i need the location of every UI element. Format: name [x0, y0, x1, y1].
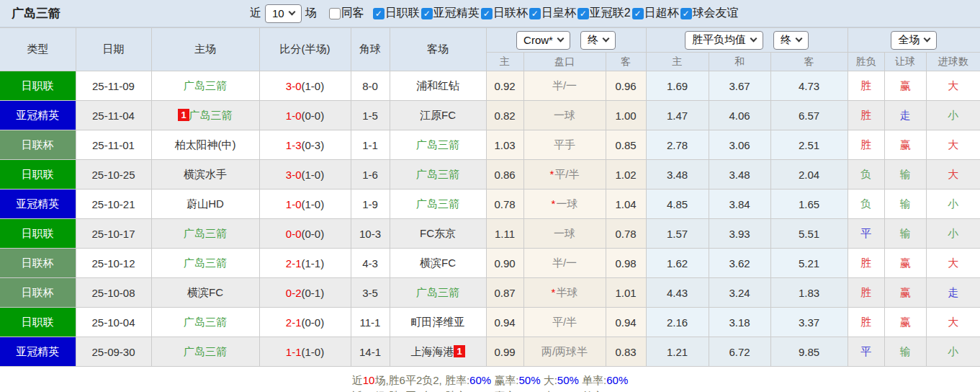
avg-draw-odds: 3.62: [709, 249, 770, 278]
corner-score: 4-3: [351, 249, 390, 278]
fulltime-score: 2-1: [286, 316, 302, 329]
avg-home-odds: 2.16: [646, 308, 709, 337]
halftime-score: (1-0): [302, 80, 325, 92]
competition-filter[interactable]: ✓亚冠精英: [421, 6, 480, 21]
competition-filter[interactable]: ✓日皇杯: [529, 6, 576, 21]
goals-result-cell: 小: [926, 101, 980, 130]
scope-group-header: 全场: [848, 28, 980, 53]
avg-time-select[interactable]: 终: [773, 31, 809, 50]
odds-time-select[interactable]: 终: [580, 31, 616, 50]
table-row: 日职联25-10-04广岛三箭2-1(0-0)11-1町田泽维亚0.94平/半0…: [0, 308, 980, 337]
competition-filter[interactable]: ✓日联杯: [481, 6, 528, 21]
match-table-body: 日职联25-11-09广岛三箭3-0(1-0)8-0浦和红钻0.92半/一0.9…: [0, 71, 980, 367]
checkbox-icon[interactable]: ✓: [421, 8, 433, 19]
league-type-badge: 日职联: [0, 308, 76, 337]
halftime-score: (0-0): [302, 316, 325, 329]
league-type-badge: 日职联: [0, 71, 76, 101]
odds-source-select[interactable]: Crow*: [516, 31, 570, 50]
handicap-cell: 平手: [523, 130, 606, 160]
checkbox-icon[interactable]: [329, 8, 341, 19]
match-date: 25-10-25: [76, 160, 151, 190]
away-team-cell: 上海海港1: [390, 337, 486, 367]
checkbox-icon[interactable]: ✓: [373, 8, 385, 19]
crow-home-odds: 0.94: [486, 308, 523, 337]
score-cell: 1-0(0-0): [259, 101, 351, 130]
score-cell: 1-0(1-0): [259, 190, 351, 219]
competition-label[interactable]: 亚冠精英: [433, 6, 480, 21]
crow-home-odds: 0.92: [486, 71, 523, 101]
crow-home-odds: 0.87: [486, 278, 523, 308]
competition-label[interactable]: 球会友谊: [693, 6, 739, 21]
competition-label[interactable]: 日职联: [385, 6, 420, 21]
competition-filter[interactable]: ✓日职联: [373, 6, 420, 21]
col-header-date: 日期: [76, 28, 151, 71]
away-team-name: 浦和红钻: [416, 79, 459, 92]
summary-segment: 50%: [557, 374, 579, 386]
home-team-cell: 蔚山HD: [151, 190, 259, 219]
checkbox-icon[interactable]: ✓: [632, 8, 644, 19]
avg-draw-odds: 3.48: [709, 160, 770, 190]
avg-odds-select[interactable]: 胜平负均值: [685, 31, 763, 50]
subheader-goals: 进球数: [926, 53, 980, 71]
result-cell: 胜: [848, 130, 884, 160]
recent-count-select[interactable]: 10: [265, 4, 302, 23]
result-cell: 负: [848, 190, 884, 219]
away-team-cell: 广岛三箭: [390, 130, 486, 160]
match-history-table: 类型 日期 主场 比分(半场) 角球 客场 Crow* 终: [0, 27, 980, 367]
halftime-score: (0-1): [302, 287, 325, 299]
crow-home-odds: 0.82: [486, 101, 523, 130]
checkbox-icon[interactable]: ✓: [680, 8, 692, 19]
handicap-cell: 一球: [523, 219, 606, 249]
result-cell: 平: [848, 337, 884, 367]
handicap-result-cell: 赢: [884, 308, 926, 337]
check-icon: ✓: [580, 9, 587, 18]
home-team-name: 柏太阳神(中): [175, 138, 236, 151]
handicap-cell: 半/一: [523, 249, 606, 278]
corner-score: 11-1: [351, 308, 390, 337]
handicap-result-cell: 赢: [884, 130, 926, 160]
crow-away-odds: 0.96: [606, 71, 646, 101]
result-cell: 平: [848, 219, 884, 249]
home-team-cell: 1广岛三箭: [151, 101, 259, 130]
crow-home-odds: 1.11: [486, 219, 523, 249]
checkbox-icon[interactable]: ✓: [577, 8, 589, 19]
same-venue-label[interactable]: 同客: [341, 6, 364, 21]
competition-filter[interactable]: ✓球会友谊: [680, 6, 739, 21]
checkbox-icon[interactable]: ✓: [529, 8, 541, 19]
away-team-cell: 浦和红钻: [390, 71, 486, 101]
avg-away-odds: 5.21: [770, 249, 848, 278]
avg-draw-odds: 4.06: [709, 101, 770, 130]
away-team-name: 江原FC: [420, 109, 456, 121]
home-team-name: 广岛三箭: [189, 109, 233, 121]
fulltime-score: 0-2: [286, 287, 302, 299]
halftime-score: (0-0): [302, 228, 325, 240]
result-cell: 胜: [848, 278, 884, 308]
fulltime-score: 1-3: [286, 139, 302, 151]
score-cell: 0-2(0-1): [259, 278, 351, 308]
checkbox-icon[interactable]: ✓: [481, 8, 493, 19]
home-team-name: 广岛三箭: [184, 227, 227, 239]
competition-label[interactable]: 日皇杯: [541, 6, 576, 21]
competition-filter[interactable]: ✓日超杯: [632, 6, 679, 21]
goals-result-cell: 大: [926, 71, 980, 101]
avg-home-odds: 3.48: [646, 160, 709, 190]
league-type-badge: 亚冠精英: [0, 190, 76, 219]
competition-label[interactable]: 日超杯: [644, 6, 679, 21]
handicap-result-cell: 输: [884, 219, 926, 249]
competition-label[interactable]: 亚冠联2: [590, 6, 631, 21]
away-team-name: 广岛三箭: [416, 197, 459, 210]
scope-select[interactable]: 全场: [891, 31, 937, 50]
halftime-score: (1-0): [302, 346, 325, 358]
result-cell: 胜: [848, 101, 884, 130]
summary-line-partial: 近10场,胜6平2负2, 胜率:60% 赢率:50% 大:50% 单率:60%: [0, 389, 980, 392]
match-date: 25-10-04: [76, 308, 151, 337]
handicap-text: 平手: [554, 138, 575, 151]
same-venue-filter[interactable]: 同客: [329, 6, 364, 21]
home-team-name: 广岛三箭: [184, 316, 227, 328]
competition-label[interactable]: 日联杯: [493, 6, 528, 21]
chevron-down-icon: [796, 35, 803, 43]
handicap-cell: 一球: [523, 101, 606, 130]
table-row: 亚冠精英25-09-30广岛三箭1-1(1-0)14-1上海海港10.99两/两…: [0, 337, 980, 367]
competition-filter[interactable]: ✓亚冠联2: [577, 6, 631, 21]
subheader-avg-home: 主: [646, 53, 709, 71]
